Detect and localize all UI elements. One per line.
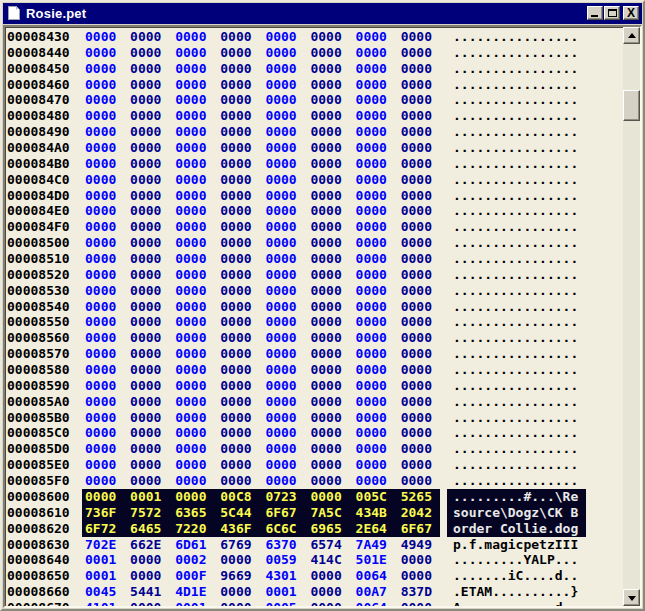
hex-word[interactable]: 0000 [265,77,310,93]
hex-word[interactable]: 0000 [175,235,220,251]
hex-word[interactable]: 9669 [220,568,265,584]
row-ascii[interactable]: ................ [447,378,586,394]
hex-word[interactable]: 0000 [265,473,310,489]
row-ascii[interactable]: .........#...\Re [447,489,586,505]
hex-word[interactable]: 0000 [220,92,265,108]
hex-word[interactable]: 0000 [85,330,130,346]
hex-word[interactable]: 0000 [85,441,130,457]
hex-word[interactable]: 0000 [265,410,310,426]
hex-word[interactable]: 0000 [401,203,432,219]
hex-word[interactable]: 0000 [220,314,265,330]
hex-row[interactable]: 000086206F7264657220436F6C6C69652E646F67… [5,521,623,537]
hex-word[interactable]: 0000 [85,489,130,505]
hex-word[interactable]: 0000 [130,219,175,235]
hex-word[interactable]: 0000 [401,425,432,441]
hex-word[interactable]: 0000 [85,77,130,93]
hex-word[interactable]: 0000 [175,410,220,426]
hex-word[interactable]: 0045 [85,584,130,600]
hex-word[interactable]: 0000 [85,172,130,188]
hex-word[interactable]: 0000 [265,441,310,457]
hex-word[interactable]: 0000 [356,346,401,362]
hex-word[interactable]: 0000 [310,92,355,108]
hex-word[interactable]: 0723 [265,489,310,505]
hex-word[interactable]: 0000 [130,314,175,330]
hex-word[interactable]: 0000 [265,362,310,378]
hex-word[interactable]: 0000 [356,473,401,489]
hex-word[interactable]: 0000 [130,283,175,299]
hex-word[interactable]: 0000 [175,61,220,77]
hex-word[interactable]: 0000 [130,188,175,204]
hex-word[interactable]: 0000 [175,203,220,219]
hex-word[interactable]: 736F [85,505,130,521]
hex-word[interactable]: 0000 [401,45,432,61]
hex-word[interactable]: 0000 [356,61,401,77]
hex-word[interactable]: 0000 [401,156,432,172]
row-ascii[interactable]: ................ [447,235,586,251]
hex-word[interactable]: 0000 [310,156,355,172]
hex-word[interactable]: 0000 [130,156,175,172]
hex-word[interactable]: 0000 [401,61,432,77]
hex-word[interactable]: 0000 [130,378,175,394]
hex-word[interactable]: 4D1E [175,584,220,600]
row-ascii[interactable]: ................ [447,330,586,346]
row-ascii[interactable]: ................ [447,156,586,172]
row-hex-groups[interactable]: 00000000000000000000000000000000 [82,330,440,346]
row-ascii[interactable]: ................ [447,108,586,124]
hex-word[interactable]: 000F [175,568,220,584]
row-hex-groups[interactable]: 00000000000000000000000000000000 [82,108,440,124]
hex-word[interactable]: 837D [401,584,432,600]
row-ascii[interactable]: source\Dogz\CK B [447,505,586,521]
hex-word[interactable]: 0000 [310,441,355,457]
hex-row[interactable]: 0000851000000000000000000000000000000000… [5,251,623,267]
row-ascii[interactable]: ................ [447,140,586,156]
hex-word[interactable]: 0000 [310,267,355,283]
hex-word[interactable]: 7220 [175,521,220,537]
hex-word[interactable]: 0000 [85,394,130,410]
hex-word[interactable]: 0000 [265,314,310,330]
hex-word[interactable]: 0000 [310,251,355,267]
hex-word[interactable]: 0000 [220,188,265,204]
hex-word[interactable]: 0000 [310,188,355,204]
hex-word[interactable]: 6365 [175,505,220,521]
hex-word[interactable]: 0000 [220,45,265,61]
hex-word[interactable]: 0000 [130,346,175,362]
hex-word[interactable]: 0000 [130,362,175,378]
hex-word[interactable]: 6574 [310,537,355,553]
hex-word[interactable]: 0000 [85,346,130,362]
row-ascii[interactable]: .......iC....d.. [447,568,586,584]
hex-word[interactable]: 0000 [220,267,265,283]
hex-row[interactable]: 0000860000000001000000C807230000005C5265… [5,489,623,505]
hex-word[interactable]: 702E [85,537,130,553]
scrollbar-thumb[interactable] [623,90,640,121]
hex-word[interactable]: 0000 [265,299,310,315]
hex-word[interactable]: 0000 [310,299,355,315]
hex-word[interactable]: 0000 [85,314,130,330]
hex-word[interactable]: 0000 [85,378,130,394]
hex-word[interactable]: 0000 [175,473,220,489]
scroll-down-button[interactable] [623,589,640,606]
hex-word[interactable]: 0000 [85,457,130,473]
row-hex-groups[interactable]: 00000000000000000000000000000000 [82,314,440,330]
hex-word[interactable]: 0000 [265,29,310,45]
hex-word[interactable]: 0000 [130,473,175,489]
hex-word[interactable]: 0000 [175,346,220,362]
hex-word[interactable]: 00A7 [356,584,401,600]
hex-row[interactable]: 000084D000000000000000000000000000000000… [5,188,623,204]
hex-word[interactable]: 0000 [130,457,175,473]
hex-word[interactable]: 0000 [130,140,175,156]
hex-word[interactable]: 6F67 [265,505,310,521]
hex-word[interactable]: 0000 [130,394,175,410]
hex-word[interactable]: 0000 [310,600,355,606]
hex-word[interactable]: 0000 [265,283,310,299]
hex-word[interactable]: 0000 [265,267,310,283]
hex-row[interactable]: 0000847000000000000000000000000000000000… [5,92,623,108]
hex-word[interactable]: 0000 [401,235,432,251]
hex-word[interactable]: 0000 [401,552,432,568]
row-hex-groups[interactable]: 00000000000000000000000000000000 [82,410,440,426]
hex-word[interactable]: 0000 [265,124,310,140]
hex-row[interactable]: 0000843000000000000000000000000000000000… [5,29,623,45]
hex-word[interactable]: 0000 [175,314,220,330]
hex-word[interactable]: 0000 [130,77,175,93]
row-ascii[interactable]: ................ [447,219,586,235]
row-ascii[interactable]: ................ [447,473,586,489]
